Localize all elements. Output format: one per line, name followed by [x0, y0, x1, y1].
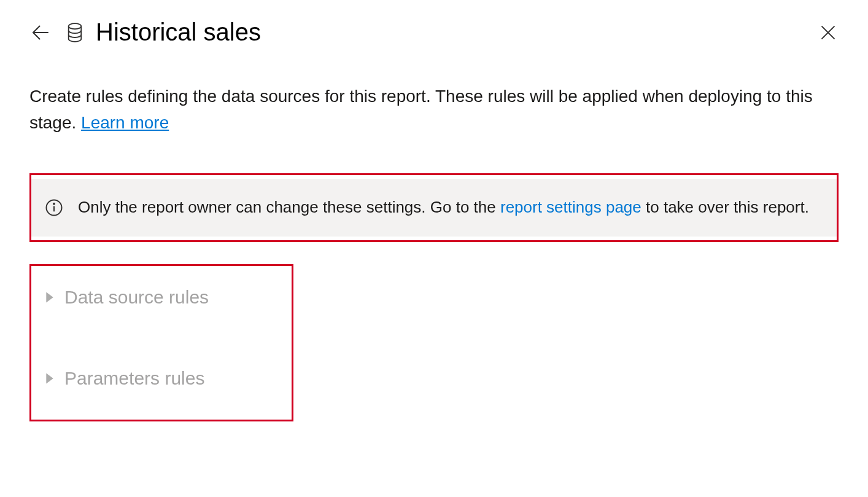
svg-point-1: [69, 23, 82, 29]
svg-marker-8: [46, 373, 53, 383]
parameters-rules-section: Parameters rules: [45, 363, 278, 394]
close-button[interactable]: [818, 22, 839, 43]
close-icon: [818, 22, 839, 43]
description-text: Create rules defining the data sources f…: [29, 83, 839, 136]
info-before: Only the report owner can change these s…: [78, 198, 500, 216]
info-after: to take over this report.: [646, 198, 809, 216]
chevron-right-icon: [45, 291, 55, 303]
svg-point-6: [53, 203, 55, 205]
page-title: Historical sales: [96, 18, 261, 46]
data-source-rules-section: Data source rules: [45, 282, 278, 313]
header: Historical sales: [29, 18, 839, 46]
arrow-left-icon: [29, 22, 52, 44]
info-icon: [45, 198, 63, 219]
back-button[interactable]: [29, 22, 52, 44]
info-banner: Only the report owner can change these s…: [31, 179, 837, 237]
title-group: Historical sales: [66, 18, 803, 46]
rules-sections-highlight: Data source rules Parameters rules: [29, 264, 293, 421]
database-icon: [66, 23, 83, 42]
learn-more-link[interactable]: Learn more: [81, 113, 169, 132]
info-text: Only the report owner can change these s…: [78, 196, 809, 218]
parameters-rules-label: Parameters rules: [64, 368, 204, 389]
svg-marker-7: [46, 292, 53, 302]
data-source-rules-label: Data source rules: [64, 287, 209, 308]
info-banner-highlight: Only the report owner can change these s…: [29, 173, 839, 242]
chevron-right-icon: [45, 372, 55, 385]
report-settings-link[interactable]: report settings page: [500, 198, 641, 216]
